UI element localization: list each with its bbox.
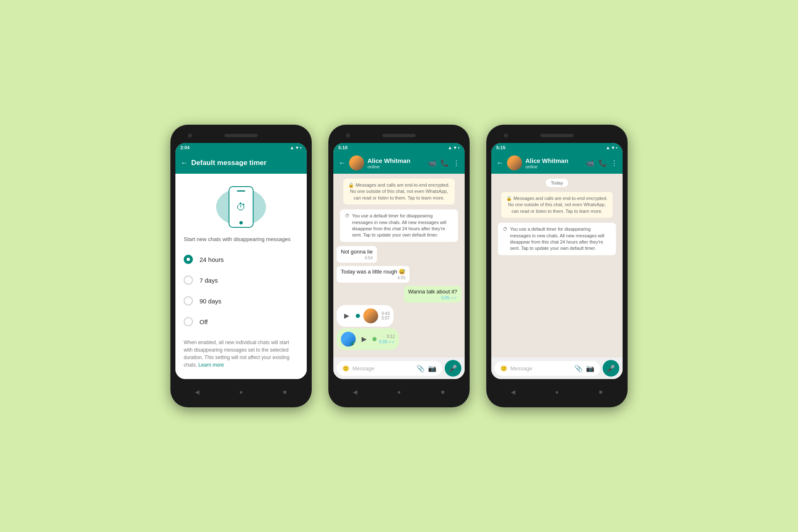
video-call-button-2[interactable]: 📹 [428,159,436,167]
attach-icon-3[interactable]: 📎 [574,365,583,372]
voice-avatar-2: 🎤 [341,332,356,347]
input-placeholder-3: Message [510,365,571,372]
front-camera-3 [504,133,508,138]
status-time-1: 2:04 [180,145,190,150]
encryption-notice-2[interactable]: 🔒 Messages and calls are end-to-end encr… [343,179,455,204]
message-input-2[interactable]: 🙂 Message 📎 📷 [337,361,442,376]
radio-label-7d: 7 days [200,277,218,284]
radio-label-off: Off [200,318,208,325]
phone-1: 2:04 ▲ ▾ ▪ ← Default message timer ⏱ [170,125,312,407]
message-text-2: Today was a little rough 😅 [341,268,405,275]
video-call-button-3[interactable]: 📹 [586,159,594,167]
nav-recent-1[interactable]: ■ [281,388,289,396]
nav-back-2[interactable]: ◀ [351,388,360,396]
speaker-2 [382,134,416,137]
emoji-icon-3[interactable]: 🙂 [500,365,507,372]
message-time-2: 4:55 [341,276,405,280]
radio-option-24h[interactable]: 24 hours [175,249,307,270]
battery-icon-3: ▪ [616,145,618,150]
message-text-3: Wanna talk about it? [408,288,457,295]
back-button-1[interactable]: ← [180,159,188,167]
play-button-1[interactable]: ▶ [341,310,352,322]
more-menu-button-2[interactable]: ⋮ [453,159,460,167]
chat-messages-3: Today 🔒 Messages and calls are end-to-en… [491,174,623,357]
contact-info-3: Alice Whitman online [525,157,583,169]
nav-recent-3[interactable]: ■ [596,388,605,396]
status-time-2: 5:10 [338,145,347,150]
message-input-3[interactable]: 🙂 Message 📎 📷 [495,361,600,376]
contact-avatar-3[interactable] [507,155,522,170]
input-placeholder-2: Message [352,365,413,372]
voice-message-2: 🎤 ▶ 0:11 5:09 ✓✓ [337,328,399,350]
page-title-1: Default message timer [191,159,302,167]
back-button-2[interactable]: ← [338,159,346,167]
disappearing-icon-3: ⏱ [503,226,507,252]
nav-back-3[interactable]: ◀ [509,388,517,396]
status-time-3: 5:15 [496,145,505,150]
phone-screen-2: 5:10 ▲ ▾ ▪ ← Alice Whitman online 📹 [333,143,465,379]
contact-status-2: online [367,164,425,169]
radio-circle-7d[interactable] [184,276,193,285]
status-bar-1: 2:04 ▲ ▾ ▪ [175,143,307,152]
signal-icon-1: ▲ [290,145,294,150]
encryption-notice-3[interactable]: 🔒 Messages and calls are end-to-end encr… [501,192,613,218]
radio-circle-off[interactable] [184,317,193,326]
nav-home-1[interactable]: ● [237,388,245,396]
camera-icon-2[interactable]: 📷 [428,365,436,372]
phone-call-button-3[interactable]: 📞 [598,159,607,167]
chat-screen-3: Today 🔒 Messages and calls are end-to-en… [491,174,623,379]
battery-icon-2: ▪ [458,145,460,150]
signal-icon-2: ▲ [448,145,452,150]
chat-messages-2: 🔒 Messages and calls are end-to-end encr… [333,174,465,357]
nav-recent-2[interactable]: ■ [438,388,447,396]
voice-duration-2: 0:11 [387,334,395,339]
front-camera-2 [346,133,350,138]
learn-more-link-1[interactable]: Learn more [198,362,224,368]
voice-avatar-1 [363,308,378,323]
contact-name-3: Alice Whitman [525,157,583,164]
contact-name-2: Alice Whitman [367,157,425,164]
nav-back-1[interactable]: ◀ [193,388,202,396]
timer-icon: ⏱ [236,201,246,213]
phone-call-button-2[interactable]: 📞 [441,159,449,167]
play-button-2[interactable]: ▶ [358,333,370,345]
radio-circle-24h[interactable] [184,255,193,264]
timer-footer: When enabled, all new individual chats w… [175,332,307,375]
timer-illustration: ⏱ [175,174,307,236]
mic-button-2[interactable]: 🎤 [445,360,461,377]
waveform-dot-1 [356,314,360,318]
camera-icon-3[interactable]: 📷 [586,365,594,372]
phone-top-bar-1 [175,130,307,141]
wifi-icon-1: ▾ [296,145,298,150]
radio-option-90d[interactable]: 90 days [175,291,307,311]
contact-avatar-2[interactable] [349,155,364,170]
radio-option-off[interactable]: Off [175,311,307,332]
radio-circle-90d[interactable] [184,296,193,305]
front-camera-1 [188,133,192,138]
back-button-3[interactable]: ← [496,159,504,167]
message-time-1: 4:54 [341,256,373,260]
mic-button-3[interactable]: 🎤 [603,360,619,377]
message-1: Not gonna lie 4:54 [337,246,377,263]
more-menu-button-3[interactable]: ⋮ [611,159,618,167]
today-badge: Today [546,179,568,187]
phone-screen-3: 5:15 ▲ ▾ ▪ ← Alice Whitman online 📹 [491,143,623,379]
radio-option-7d[interactable]: 7 days [175,270,307,291]
app-header-2: ← Alice Whitman online 📹 📞 ⋮ [333,152,465,174]
attach-icon-2[interactable]: 📎 [416,365,425,372]
phone-3: 5:15 ▲ ▾ ▪ ← Alice Whitman online 📹 [486,125,628,407]
phone-bottom-bar-2: ◀ ● ■ [333,382,465,402]
signal-icon-3: ▲ [606,145,610,150]
phone-2: 5:10 ▲ ▾ ▪ ← Alice Whitman online 📹 [328,125,470,407]
status-right-2: ▲ ▾ ▪ [448,145,460,150]
nav-home-3[interactable]: ● [553,388,561,396]
wifi-icon-2: ▾ [454,145,456,150]
disappearing-text-3: You use a default timer for disappearing… [510,226,611,252]
phone-bottom-bar-3: ◀ ● ■ [491,382,623,402]
voice-message-1: ▶ 0:43 5:07 [337,305,394,327]
nav-home-2[interactable]: ● [395,388,403,396]
phone-screen-1: 2:04 ▲ ▾ ▪ ← Default message timer ⏱ [175,143,307,379]
emoji-icon-2[interactable]: 🙂 [342,365,349,372]
voice-time-1: 5:07 [382,316,389,320]
disappearing-notice-3: ⏱ You use a default timer for disappeari… [498,223,616,255]
